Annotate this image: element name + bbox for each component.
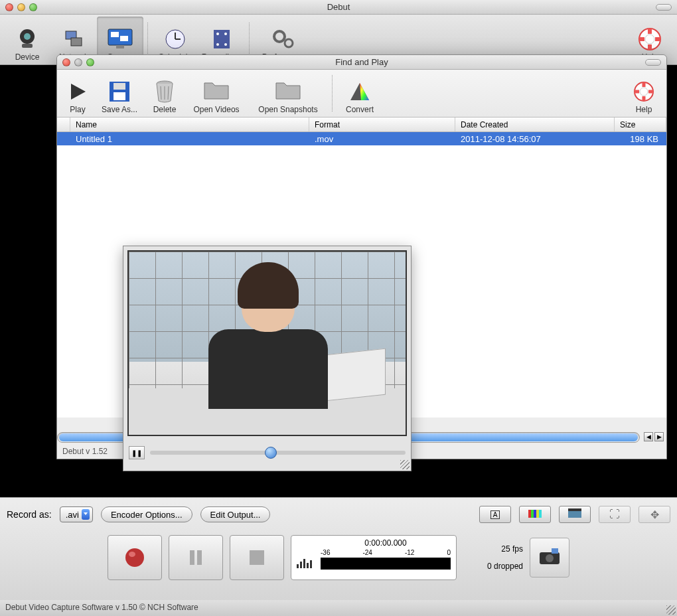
cell-name: Untitled 1 [70,134,309,144]
seek-slider[interactable] [150,451,406,455]
table-row[interactable]: Untitled 1 .mov 2011-12-08 14:56:07 198 … [57,132,666,145]
crop-icon: ⛶ [609,508,620,520]
svg-point-14 [224,33,227,35]
toolbar-pill-button[interactable] [645,59,661,66]
crop-button[interactable]: ⛶ [599,506,631,523]
svg-rect-31 [197,550,202,565]
video-preview-window: ❚❚ [123,246,412,471]
svg-rect-27 [568,511,581,518]
lifebuoy-icon [637,26,663,52]
record-button[interactable] [108,535,162,580]
play-button[interactable]: Play [61,69,94,114]
playback-controls: ❚❚ [123,440,411,465]
video-frame [127,250,407,436]
color-adjust-button[interactable] [519,506,551,523]
cell-date: 2011-12-08 14:56:07 [455,134,615,144]
svg-rect-8 [116,45,124,48]
screen-icon [107,26,133,52]
svg-rect-43 [113,83,125,90]
play-icon [64,78,91,105]
pause-button[interactable] [169,535,223,580]
svg-rect-36 [307,563,309,568]
svg-rect-35 [303,559,305,568]
status-bar: Debut Video Capture Software v 1.50 © NC… [0,600,677,616]
svg-point-39 [546,554,554,562]
size-column-header[interactable]: Size [615,117,666,131]
scroll-left-button[interactable]: ◀ [644,432,653,441]
audio-meter: 0:00:00.000 -36 -24 -12 0 [291,535,457,580]
open-snapshots-button[interactable]: Open Snapshots [248,69,328,114]
scroll-arrows: ◀ ▶ [644,432,664,443]
save-as-button[interactable]: Save As... [94,69,145,114]
date-column-header[interactable]: Date Created [455,117,615,131]
svg-rect-6 [111,32,119,37]
svg-marker-41 [71,84,86,100]
name-column-header[interactable]: Name [70,117,309,131]
svg-point-28 [125,548,144,567]
toolbar-separator [332,75,333,112]
delete-button[interactable]: Delete [145,69,185,114]
convert-button[interactable]: Convert [337,69,383,114]
svg-rect-33 [297,564,299,568]
svg-point-20 [645,35,654,44]
bottom-controls: Record as: .avi Encoder Options... Edit … [0,497,677,600]
format-select[interactable]: .avi [60,506,93,522]
findplay-status: Debut v 1.52 [62,447,108,456]
svg-marker-50 [360,83,369,100]
folder-icon [275,78,301,105]
video-effects-button[interactable] [559,506,591,523]
column-headers: Name Format Date Created Size [57,117,666,132]
gears-icon [270,26,297,52]
cell-size: 198 KB [615,134,666,144]
svg-rect-23 [534,510,536,518]
level-bar [321,558,451,570]
toolbar-separator [249,23,250,59]
equalizer-icon [297,556,315,570]
clock-icon [162,26,188,52]
text-icon: A [490,510,500,519]
svg-rect-32 [250,550,264,565]
findplay-toolbar: Play Save As... Delete Open Videos Open … [57,70,666,117]
svg-rect-40 [552,548,558,554]
window-title: Find and Play [57,57,666,67]
device-button[interactable]: Device [4,17,50,62]
resize-grip[interactable] [400,460,410,469]
open-videos-button[interactable]: Open Videos [185,69,248,114]
svg-point-13 [216,33,219,35]
expand-icon: ✥ [650,508,659,521]
svg-point-15 [216,43,219,46]
pause-playback-button[interactable]: ❚❚ [129,446,145,459]
svg-rect-34 [300,562,302,568]
webcam-icon [14,26,40,52]
help-button[interactable]: Help [625,69,662,114]
network-icon [60,26,87,52]
text-caption-button[interactable]: A [479,506,511,523]
svg-rect-24 [536,510,539,518]
main-titlebar: Debut [0,0,677,15]
folder-icon [203,78,230,105]
pause-icon: ❚❚ [131,449,142,457]
slider-knob[interactable] [265,447,277,459]
capture-stats: 25 fps 0 dropped [463,544,523,571]
svg-rect-4 [71,38,82,46]
sort-indicator-column[interactable] [57,117,70,131]
svg-rect-2 [22,44,33,48]
svg-point-16 [224,43,227,46]
stop-button[interactable] [230,535,284,580]
snapshot-button[interactable] [530,538,569,578]
record-as-label: Record as: [7,509,52,520]
timer-readout: 0:00:00.000 [321,538,451,548]
findplay-titlebar: Find and Play [57,55,666,70]
toolbar-separator [147,23,148,59]
svg-point-52 [640,88,648,96]
edit-output-button[interactable]: Edit Output... [200,506,271,522]
resize-grip[interactable] [666,605,676,615]
format-column-header[interactable]: Format [309,117,455,131]
fullscreen-button[interactable]: ✥ [639,506,670,523]
svg-rect-25 [539,510,542,518]
window-title: Debut [0,2,677,12]
scroll-right-button[interactable]: ▶ [654,432,664,441]
camera-icon [538,547,561,568]
toolbar-pill-button[interactable] [656,4,672,11]
encoder-options-button[interactable]: Encoder Options... [101,506,192,522]
